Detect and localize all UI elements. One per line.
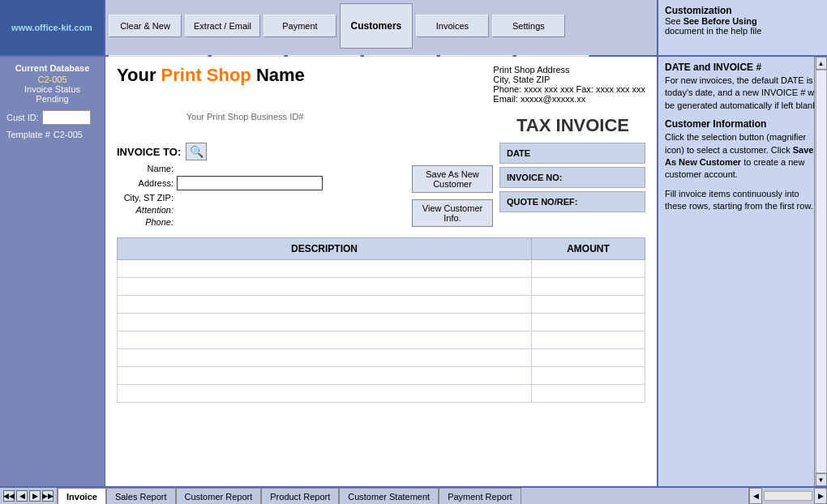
- payment-button[interactable]: Payment: [264, 15, 336, 37]
- tab-next-button[interactable]: ▶: [29, 490, 41, 502]
- amount-cell[interactable]: [532, 349, 645, 367]
- scroll-track[interactable]: [816, 70, 827, 473]
- extract-email-button[interactable]: Extract / Email: [185, 15, 260, 37]
- tab-payment-report[interactable]: Payment Report: [439, 488, 521, 504]
- amount-cell[interactable]: [532, 331, 645, 349]
- amount-cell[interactable]: [532, 385, 645, 403]
- customization-title: Customization: [665, 5, 732, 16]
- right-help-top: Customization See See Before Using docum…: [657, 0, 827, 55]
- amount-cell[interactable]: [532, 278, 645, 296]
- shop-name-end: Name: [251, 65, 305, 85]
- tabs-container: InvoiceSales ReportCustomer ReportProduc…: [58, 488, 748, 504]
- table-row[interactable]: [118, 331, 645, 349]
- main-content: Current Database C2-005 Invoice Status P…: [0, 57, 827, 494]
- panel-section1-title: DATE and INVOICE #: [665, 62, 821, 73]
- scroll-down-button[interactable]: ▼: [816, 473, 827, 486]
- tax-invoice-title: TAX INVOICE: [373, 115, 645, 136]
- customers-button[interactable]: Customers: [340, 3, 413, 49]
- tab-product-report[interactable]: Product Report: [261, 488, 339, 504]
- right-panel: DATE and INVOICE # For new invoices, the…: [657, 57, 827, 494]
- city-label: City, ST ZIP:: [117, 193, 174, 203]
- cust-id-input[interactable]: [42, 110, 91, 125]
- left-sidebar: Current Database C2-005 Invoice Status P…: [0, 57, 105, 494]
- city-row: City, ST ZIP:: [117, 193, 405, 203]
- shop-name-block: Your Print Shop Name: [117, 65, 305, 104]
- template-value: C2-005: [54, 130, 83, 139]
- amount-cell[interactable]: [532, 296, 645, 314]
- logo-text: www.office-kit.com: [11, 23, 92, 32]
- table-row[interactable]: [118, 349, 645, 367]
- desc-cell[interactable]: [118, 385, 532, 403]
- tab-customer-report[interactable]: Customer Report: [176, 488, 262, 504]
- clear-new-button[interactable]: Clear & New: [109, 15, 182, 37]
- invoice-to-header: INVOICE TO: 🔍: [117, 143, 405, 160]
- view-customer-button[interactable]: View Customer Info.: [412, 199, 493, 227]
- tab-first-button[interactable]: ◀◀: [3, 490, 15, 502]
- shop-name-your: Your: [117, 65, 161, 85]
- current-db-value: C2-005: [6, 75, 98, 84]
- logo-area: www.office-kit.com: [0, 0, 105, 55]
- name-label: Name:: [117, 164, 174, 173]
- desc-cell[interactable]: [118, 260, 532, 278]
- date-label: DATE: [507, 148, 530, 158]
- help-line2: document in the help file: [665, 26, 761, 36]
- shop-name-middle: Print Shop: [161, 65, 251, 85]
- toolbar: www.office-kit.com Clear & New Extract /…: [0, 0, 827, 57]
- address-line3: Phone: xxxx xxx xxx Fax: xxxx xxx xxx: [493, 84, 645, 94]
- address-label: Address:: [117, 178, 174, 188]
- address-line2: City, State ZIP: [493, 75, 645, 84]
- cust-id-label: Cust ID:: [6, 113, 39, 122]
- desc-cell[interactable]: [118, 349, 532, 367]
- invoice-to-section: INVOICE TO: 🔍 Name: Address: City, ST ZI…: [117, 143, 645, 229]
- invoice-right-fields: DATE INVOICE NO: QUOTE NO/REF:: [499, 143, 645, 229]
- panel-section1-text: For new invoices, the default DATE is to…: [665, 75, 821, 112]
- tab-customer-statement[interactable]: Customer Statement: [339, 488, 439, 504]
- invoice-to-label: INVOICE TO:: [117, 146, 181, 158]
- invoice-no-field: INVOICE NO:: [499, 167, 645, 188]
- tab-scroll-right-button[interactable]: ▶: [814, 488, 827, 504]
- table-row[interactable]: [118, 260, 645, 278]
- current-db-label: Current Database: [6, 63, 98, 73]
- shop-address: Print Shop Address City, State ZIP Phone…: [493, 65, 645, 104]
- address-input[interactable]: [177, 176, 323, 190]
- table-row[interactable]: [118, 314, 645, 331]
- tab-nav-arrows: ◀◀ ◀ ▶ ▶▶: [0, 488, 58, 504]
- table-row[interactable]: [118, 278, 645, 296]
- phone-row: Phone:: [117, 217, 405, 227]
- tab-sales-report[interactable]: Sales Report: [106, 488, 176, 504]
- tab-prev-button[interactable]: ◀: [16, 490, 28, 502]
- desc-cell[interactable]: [118, 314, 532, 331]
- scroll-up-button[interactable]: ▲: [816, 57, 827, 70]
- table-row[interactable]: [118, 385, 645, 403]
- settings-button[interactable]: Settings: [492, 15, 565, 37]
- tab-scrollbar[interactable]: [764, 491, 812, 501]
- amount-cell[interactable]: [532, 260, 645, 278]
- table-row[interactable]: [118, 367, 645, 385]
- cust-id-row: Cust ID:: [6, 110, 98, 125]
- business-id: Your Print Shop Business ID#: [117, 112, 373, 122]
- desc-cell[interactable]: [118, 278, 532, 296]
- desc-cell[interactable]: [118, 367, 532, 385]
- bottom-tabs: ◀◀ ◀ ▶ ▶▶ InvoiceSales ReportCustomer Re…: [0, 486, 827, 504]
- invoices-button[interactable]: Invoices: [416, 15, 489, 37]
- tab-last-button[interactable]: ▶▶: [42, 490, 54, 502]
- desc-cell[interactable]: [118, 296, 532, 314]
- desc-cell[interactable]: [118, 331, 532, 349]
- phone-label: Phone:: [117, 217, 174, 227]
- panel-section2-title: Customer Information: [665, 118, 821, 130]
- amount-cell[interactable]: [532, 367, 645, 385]
- invoice-to-left: INVOICE TO: 🔍 Name: Address: City, ST ZI…: [117, 143, 405, 229]
- tab-scroll-left-button[interactable]: ◀: [749, 488, 762, 504]
- invoice-table: DESCRIPTION AMOUNT: [117, 237, 645, 403]
- attention-label: Attention:: [117, 205, 174, 215]
- customer-select-button[interactable]: 🔍: [186, 143, 207, 160]
- save-new-customer-button[interactable]: Save As New Customer: [412, 165, 493, 193]
- amount-cell[interactable]: [532, 314, 645, 331]
- business-tax-row: Your Print Shop Business ID# TAX INVOICE: [117, 107, 645, 136]
- table-row[interactable]: [118, 296, 645, 314]
- tab-invoice[interactable]: Invoice: [58, 488, 106, 504]
- shop-name: Your Print Shop Name: [117, 65, 305, 86]
- help-before-using: See Before Using: [683, 16, 757, 26]
- vertical-scrollbar: ▲ ▼: [814, 57, 827, 486]
- customer-action-buttons: Save As New Customer View Customer Info.: [412, 143, 493, 229]
